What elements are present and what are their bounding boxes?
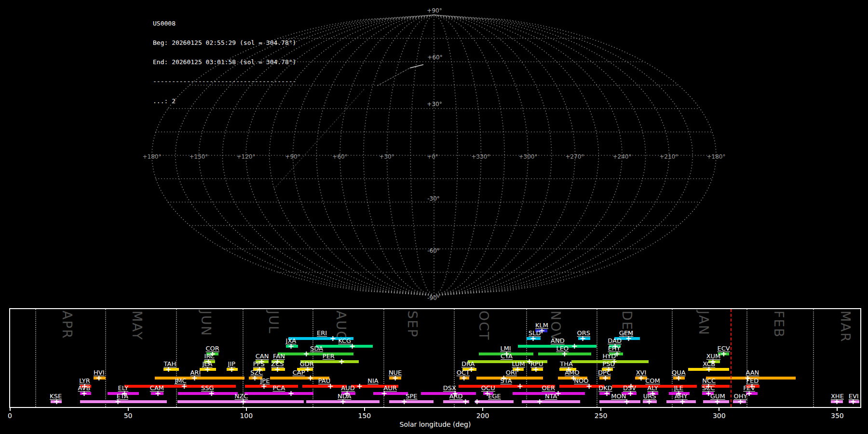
shower-bar-STA bbox=[459, 385, 555, 388]
shower-peak-XHE: + bbox=[834, 398, 840, 406]
shower-peak-SZC: + bbox=[252, 374, 258, 382]
shower-label-COM: COM bbox=[645, 377, 660, 384]
latitude-label: -90° bbox=[427, 295, 440, 301]
shower-peak-AVB: + bbox=[81, 390, 87, 397]
shower-label-ERI: ERI bbox=[317, 329, 327, 337]
longitude-label: +180° bbox=[707, 153, 726, 160]
x-ticklabel-300: 300 bbox=[713, 412, 726, 420]
longitude-label: +30° bbox=[379, 153, 394, 160]
longitude-label: +270° bbox=[566, 153, 584, 160]
shower-label-CTA: CTA bbox=[501, 353, 513, 360]
shower-peak-JIP: + bbox=[229, 366, 235, 373]
shower-bar-NOO bbox=[559, 385, 604, 388]
shower-peak-SPE: + bbox=[401, 398, 407, 406]
shower-peak-DKD: + bbox=[604, 390, 610, 397]
shower-peak-ZCS: + bbox=[274, 366, 281, 373]
x-ticklabel-250: 250 bbox=[595, 412, 608, 420]
meridian-line bbox=[434, 15, 669, 296]
shower-peak-AUR: + bbox=[381, 390, 387, 397]
shower-peak-ARD: + bbox=[462, 398, 469, 406]
shower-bar-ETA bbox=[80, 400, 167, 403]
shower-peak-JXA: + bbox=[288, 342, 294, 350]
shower-bar-SDA bbox=[278, 353, 353, 355]
shower-label-NTA: NTA bbox=[545, 393, 557, 400]
longitude-label: +180° bbox=[143, 153, 162, 160]
shower-peak-EVI: + bbox=[850, 398, 856, 406]
x-ticklabel-50: 50 bbox=[124, 412, 133, 420]
x-ticklabel-350: 350 bbox=[831, 412, 844, 420]
shower-peak-PAU: + bbox=[327, 382, 334, 390]
shower-peak-NOO: + bbox=[586, 382, 592, 390]
x-tickmark-150 bbox=[364, 407, 365, 411]
month-gridline-MAR bbox=[813, 309, 814, 407]
shower-peak-DPC: + bbox=[602, 374, 609, 382]
month-gridline-JUN bbox=[176, 309, 177, 407]
shower-peak-ERI: + bbox=[329, 335, 336, 342]
month-gridline-APR bbox=[35, 309, 36, 407]
shower-peak-NTA: + bbox=[536, 398, 542, 406]
shower-peak-AHY: + bbox=[679, 398, 686, 406]
longitude-label: +210° bbox=[660, 153, 678, 160]
x-ticklabel-200: 200 bbox=[476, 412, 489, 420]
shower-peak-NDA: + bbox=[340, 398, 346, 406]
shower-label-ORI: ORI bbox=[506, 369, 517, 376]
shower-label-PER: PER bbox=[323, 353, 335, 360]
shower-label-AND: AND bbox=[551, 337, 565, 344]
shower-peak-SSG: + bbox=[208, 390, 215, 397]
shower-label-STA: STA bbox=[501, 377, 512, 384]
shower-peak-GDR: + bbox=[305, 366, 311, 373]
shower-peak-STA: + bbox=[517, 382, 523, 390]
shower-label-NIA: NIA bbox=[367, 377, 378, 384]
shower-peak-SDA: + bbox=[303, 350, 310, 358]
shower-peak-SLD: + bbox=[530, 335, 536, 342]
shower-peak-CAP: + bbox=[307, 374, 313, 382]
shower-bar-JMC bbox=[124, 385, 235, 388]
month-gridline-DEC bbox=[597, 309, 597, 407]
shower-peak-OCT: + bbox=[461, 374, 467, 382]
latitude-label: -60° bbox=[427, 247, 440, 254]
shower-bar-PAU bbox=[302, 385, 346, 388]
x-ticklabel-0: 0 bbox=[8, 412, 12, 420]
shower-peak-JEA: + bbox=[204, 366, 211, 373]
shower-peak-ECV: + bbox=[720, 350, 727, 358]
month-label-APR: APR bbox=[60, 311, 75, 339]
x-tickmark-300 bbox=[719, 407, 719, 411]
x-ticklabel-150: 150 bbox=[358, 412, 371, 420]
shower-bar-SSG bbox=[178, 392, 238, 395]
month-label-MAY: MAY bbox=[130, 311, 145, 340]
shower-bar-KCG bbox=[316, 345, 372, 348]
shower-peak-XVI: + bbox=[638, 374, 644, 382]
shower-peak-TAH: + bbox=[165, 366, 172, 373]
shower-peak-LEO: + bbox=[561, 350, 568, 358]
x-tickmark-0 bbox=[10, 407, 11, 411]
month-label-JUN: JUN bbox=[199, 311, 214, 337]
x-tickmark-250 bbox=[600, 407, 601, 411]
shower-peak-JMC: + bbox=[181, 382, 188, 390]
shower-peak-DSV: + bbox=[627, 390, 634, 397]
shower-peak-URS: + bbox=[646, 398, 652, 406]
x-tickmark-100 bbox=[246, 407, 247, 411]
shower-label-OER: OER bbox=[542, 384, 555, 392]
shower-bar-JPE bbox=[245, 385, 298, 388]
latitude-label: +30° bbox=[427, 101, 442, 108]
shower-peak-EGE: + bbox=[474, 398, 480, 406]
meteor-trail bbox=[274, 89, 364, 189]
meteor-observation-plot: US0008 Beg: 20260125 02:55:29 (sol = 304… bbox=[0, 0, 868, 434]
longitude-label: +90° bbox=[285, 153, 300, 160]
latitude-label: +60° bbox=[427, 54, 442, 61]
shower-peak-KCG: + bbox=[349, 342, 355, 350]
shower-bar-AUR bbox=[373, 392, 408, 395]
longitude-label: +330° bbox=[472, 153, 490, 160]
shower-bar-DSX bbox=[421, 392, 476, 395]
shower-peak-KSE: + bbox=[54, 398, 60, 406]
shower-label-SDA: SDA bbox=[310, 345, 323, 352]
shower-peak-NZC: + bbox=[240, 398, 246, 406]
shower-peak-ETA: + bbox=[115, 398, 121, 406]
shower-peak-AND: + bbox=[571, 342, 578, 350]
longitude-label: +150° bbox=[190, 153, 208, 160]
longitude-label: +120° bbox=[237, 153, 256, 160]
x-tickmark-200 bbox=[482, 407, 483, 411]
shower-peak-OHY: + bbox=[737, 398, 744, 406]
shower-peak-NUE: + bbox=[392, 374, 398, 382]
shower-peak-MON: + bbox=[624, 398, 630, 406]
